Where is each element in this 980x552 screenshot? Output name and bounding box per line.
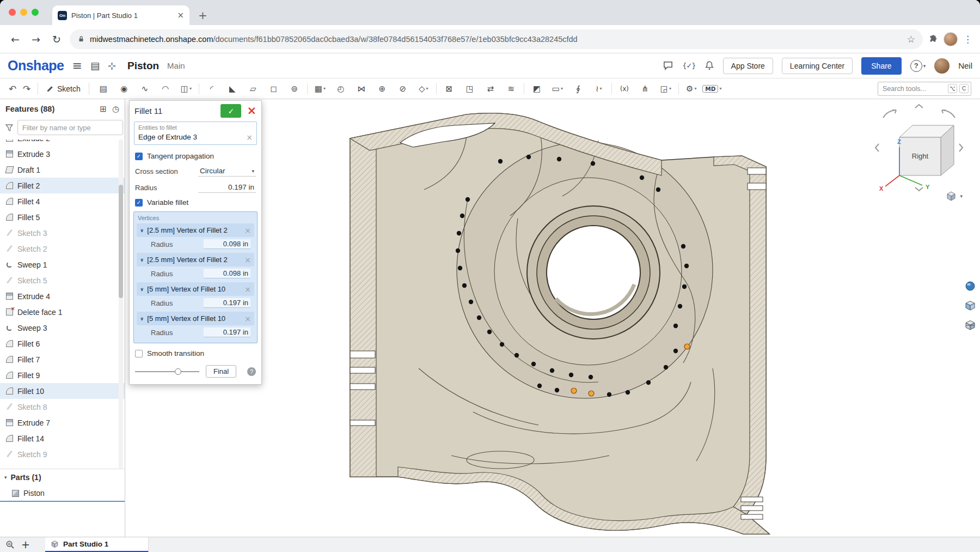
feature-item[interactable]: Sweep 1: [0, 257, 125, 272]
chevron-down-icon[interactable]: ∨: [140, 228, 144, 233]
fillet-vertex-dot[interactable]: [626, 390, 630, 395]
forward-button[interactable]: →: [28, 33, 44, 45]
add-element-button[interactable]: +: [21, 539, 30, 550]
fillet-vertex-dot[interactable]: [460, 214, 464, 218]
piston-model[interactable]: [337, 107, 778, 537]
tangent-propagation-row[interactable]: ✓ Tangent propagation: [130, 149, 261, 163]
smooth-transition-checkbox[interactable]: [135, 350, 143, 357]
feature-item[interactable]: Fillet 10: [0, 383, 125, 399]
chevron-down-icon[interactable]: ∨: [140, 316, 144, 322]
split-icon[interactable]: ⊘ ▾: [393, 81, 413, 96]
browser-tab[interactable]: On Piston | Part Studio 1 ×: [52, 5, 189, 25]
back-button[interactable]: ←: [8, 33, 23, 45]
fillet-vertex-dot[interactable]: [555, 388, 559, 392]
redo-icon[interactable]: ↷: [20, 83, 34, 94]
section-view-icon[interactable]: [963, 318, 977, 332]
fillet-vertex-dot[interactable]: [682, 284, 687, 289]
tool-search-input[interactable]: [883, 85, 946, 93]
part-item[interactable]: Piston: [0, 486, 125, 501]
fillet-vertex-dot[interactable]: [569, 373, 573, 377]
plane-icon[interactable]: ▭ ▾: [547, 81, 568, 96]
tool-search[interactable]: C: [878, 82, 971, 96]
feature-filter-input[interactable]: [17, 120, 123, 135]
fillet-vertex-dot[interactable]: [465, 197, 470, 202]
selected-vertex-dot[interactable]: [684, 344, 690, 349]
feature-item[interactable]: Fillet 9: [0, 367, 125, 383]
units-button[interactable]: MD ▾: [702, 81, 722, 96]
browser-menu-icon[interactable]: ⋮: [963, 34, 972, 45]
variable-fillet-checkbox[interactable]: ✓: [135, 199, 143, 207]
replace-face-icon[interactable]: ⇄ ▾: [480, 81, 501, 96]
preview-slider-handle[interactable]: [175, 368, 181, 375]
shell-icon[interactable]: ◻ ▾: [264, 81, 284, 96]
feature-item[interactable]: Draft 1: [0, 162, 125, 178]
revolve-icon[interactable]: ◉ ▾: [114, 81, 134, 96]
variable-fillet-row[interactable]: ✓ Variable fillet: [130, 196, 261, 209]
feature-item[interactable]: Delete face 1: [0, 304, 125, 320]
hole-icon[interactable]: ⊚ ▾: [284, 81, 305, 96]
fillet-vertex-dot[interactable]: [589, 375, 593, 379]
part-studio-tab[interactable]: Part Studio 1: [45, 537, 149, 552]
cross-section-dropdown[interactable]: Circular ▾: [198, 166, 256, 177]
remove-vertex-icon[interactable]: ×: [244, 256, 251, 264]
linear-pattern-icon[interactable]: ▦ ▾: [310, 81, 330, 96]
custom-feature-icon[interactable]: ⋔ ▾: [635, 81, 656, 96]
fillet-vertex-dot[interactable]: [526, 155, 531, 159]
feature-item[interactable]: Extrude 7: [0, 415, 125, 430]
draft-icon[interactable]: ▱ ▾: [243, 81, 264, 96]
feature-item[interactable]: Extrude 2: [0, 139, 125, 146]
feature-item[interactable]: Fillet 4: [0, 193, 125, 209]
preview-slider[interactable]: [135, 368, 199, 375]
fillet-vertex-dot[interactable]: [557, 157, 561, 161]
new-tab-button[interactable]: +: [198, 10, 207, 21]
derived-icon[interactable]: ◲ ▾: [656, 81, 676, 96]
reload-button[interactable]: ↻: [49, 33, 64, 45]
feature-item[interactable]: Fillet 7: [0, 351, 125, 367]
fillet-vertex-dot[interactable]: [537, 384, 542, 388]
history-icon[interactable]: ◷: [112, 104, 119, 114]
onshape-logo[interactable]: Onshape: [8, 58, 64, 74]
fillet-vertex-dot[interactable]: [664, 365, 668, 369]
fillet-vertex-dot[interactable]: [607, 392, 611, 397]
extrude-icon[interactable]: ▤ ▾: [93, 81, 114, 96]
comments-icon[interactable]: [663, 60, 673, 71]
feature-item[interactable]: Sweep 3: [0, 320, 125, 336]
chamfer-icon[interactable]: ◣ ▾: [222, 81, 243, 96]
fillet-vertex-dot[interactable]: [678, 304, 682, 308]
fillet-vertex-dot[interactable]: [458, 266, 462, 270]
extensions-icon[interactable]: [928, 34, 938, 44]
fillet-vertex-dot[interactable]: [550, 368, 554, 373]
app-store-button[interactable]: App Store: [723, 58, 773, 74]
variable-icon[interactable]: (x) ▾: [614, 81, 635, 96]
named-views-icon[interactable]: [963, 299, 977, 313]
help-button[interactable]: ?: [910, 60, 922, 72]
vertex-radius-input[interactable]: 0.098 in: [204, 239, 250, 249]
vertex-radius-input[interactable]: 0.197 in: [204, 298, 250, 308]
search-tabs-icon[interactable]: [5, 540, 15, 549]
sketch-button[interactable]: Sketch: [42, 84, 85, 93]
chevron-down-icon[interactable]: ∨: [140, 287, 144, 292]
insert-element-icon[interactable]: ⊹: [108, 60, 116, 71]
vertex-row[interactable]: ∨ [2.5 mm] Vertex of Fillet 2 ×: [137, 253, 254, 266]
vertex-radius-input[interactable]: 0.098 in: [204, 269, 250, 278]
filter-funnel-icon[interactable]: [5, 124, 13, 131]
cancel-button[interactable]: ×: [247, 105, 256, 117]
vertex-row[interactable]: ∨ [2.5 mm] Vertex of Fillet 2 ×: [137, 223, 254, 237]
fillet-vertex-dot[interactable]: [462, 283, 467, 288]
helix-icon[interactable]: ∮ ▾: [568, 81, 589, 96]
radius-input[interactable]: 0.197 in: [198, 182, 256, 193]
offset-surface-icon[interactable]: ≋ ▾: [501, 81, 522, 96]
remove-vertex-icon[interactable]: ×: [244, 227, 251, 234]
clear-entities-icon[interactable]: ×: [246, 134, 253, 141]
feature-item[interactable]: Extrude 3: [0, 146, 125, 162]
fillet-vertex-dot[interactable]: [531, 362, 536, 366]
fillet-vertex-dot[interactable]: [456, 248, 460, 253]
main-menu-icon[interactable]: ≡: [72, 59, 82, 72]
parts-header[interactable]: ▾ Parts (1): [0, 469, 125, 486]
user-avatar[interactable]: [934, 58, 950, 74]
fillet-vertex-dot[interactable]: [477, 316, 481, 320]
view-cube-face-label[interactable]: Right: [912, 152, 929, 160]
fillet-vertex-dot[interactable]: [646, 380, 651, 385]
vertex-row[interactable]: ∨ [5 mm] Vertex of Fillet 10 ×: [137, 282, 254, 296]
move-face-icon[interactable]: ◳ ▾: [460, 81, 480, 96]
